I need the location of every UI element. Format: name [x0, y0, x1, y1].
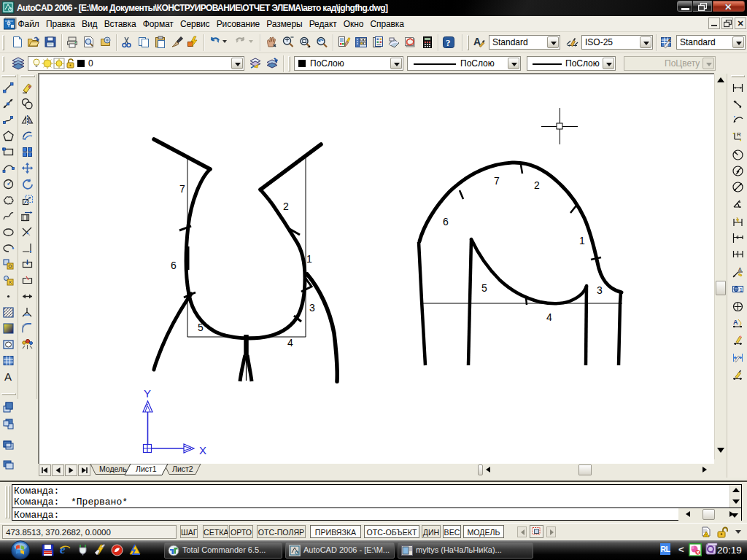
svg-text:e: e [60, 542, 66, 556]
svg-text:7: 7 [494, 175, 500, 187]
svg-text:A: A [4, 370, 12, 383]
svg-text:4: 4 [287, 337, 293, 349]
svg-text:X: X [199, 444, 206, 456]
svg-text:3: 3 [597, 284, 603, 296]
svg-text:Y: Y [144, 387, 151, 400]
svg-text:3: 3 [309, 302, 315, 314]
svg-text:Лист1: Лист1 [136, 464, 157, 473]
svg-text:1: 1 [579, 235, 585, 246]
svg-text:Модель: Модель [99, 464, 127, 473]
svg-text:A: A [733, 319, 738, 326]
svg-text:7: 7 [179, 183, 185, 195]
svg-text:?: ? [446, 37, 451, 48]
svg-text:A: A [738, 267, 742, 272]
svg-text:6: 6 [443, 216, 449, 228]
svg-text:6: 6 [171, 260, 177, 271]
svg-text:R: R [737, 131, 741, 138]
svg-text:1: 1 [740, 287, 743, 293]
svg-text:2: 2 [534, 179, 540, 191]
svg-text:5: 5 [198, 322, 204, 333]
svg-text:5: 5 [481, 282, 487, 294]
svg-text:2: 2 [283, 201, 289, 212]
svg-text:Лист2: Лист2 [172, 464, 193, 473]
svg-text:1: 1 [306, 253, 312, 265]
svg-text:4: 4 [546, 311, 552, 323]
